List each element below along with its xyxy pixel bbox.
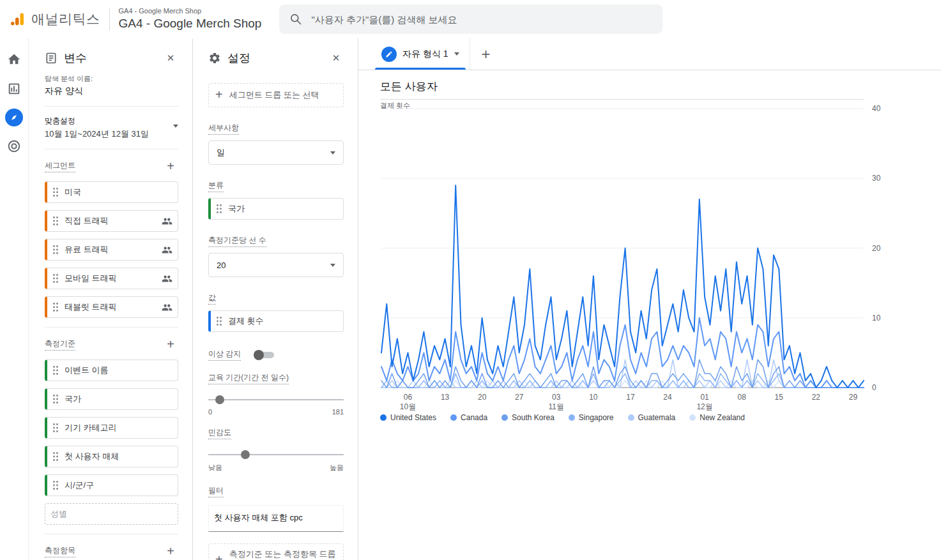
- slider-thumb[interactable]: [215, 395, 224, 404]
- dimension-suggestion-label: 성별: [50, 508, 67, 520]
- dimension-label: 기기 카테고리: [65, 422, 117, 434]
- anomaly-toggle[interactable]: [254, 350, 274, 360]
- field-drop-label: 측정기준 또는 측정항목 드롭 또는 선택: [229, 549, 337, 560]
- drag-handle-icon[interactable]: [52, 394, 59, 404]
- legend-item: United States: [380, 413, 436, 422]
- dimension-chip[interactable]: 국가: [45, 388, 178, 410]
- svg-text:29: 29: [849, 393, 858, 402]
- sensitivity-low: 낮음: [208, 463, 222, 473]
- legend-dot: [628, 414, 634, 421]
- granularity-select[interactable]: 일: [208, 140, 344, 165]
- people-icon: [162, 245, 172, 255]
- line-chart: 0102030400610월1320270311월1017240112월0815…: [380, 103, 891, 413]
- segment-drop-label: 세그먼트 드롭 또는 선택: [229, 90, 319, 101]
- segment-chip[interactable]: 직접 트래픽: [45, 210, 178, 232]
- sensitivity-label: 민감도: [208, 427, 231, 439]
- svg-text:01: 01: [700, 393, 709, 402]
- drag-handle-icon[interactable]: [52, 187, 59, 197]
- add-dimension-button[interactable]: [163, 337, 178, 352]
- chevron-down-icon[interactable]: [454, 52, 459, 56]
- settings-panel: 설정 세그먼트 드롭 또는 선택 세부사항 일 분류 국가 측정기준당 선 수 …: [193, 38, 358, 560]
- add-segment-button[interactable]: [163, 158, 178, 174]
- segment-chip[interactable]: 유료 트래픽: [45, 239, 178, 261]
- people-icon: [162, 302, 172, 313]
- svg-text:08: 08: [737, 393, 746, 402]
- legend-item: New Zealand: [689, 413, 745, 422]
- filter-value: 첫 사용자 매체 포함 cpc: [214, 513, 303, 522]
- chevron-down-icon: [173, 125, 178, 128]
- reports-icon[interactable]: [4, 79, 24, 98]
- lines-per-dimension-select[interactable]: 20: [208, 253, 344, 277]
- exploration-name-field[interactable]: 탐색 분석 이름: 자유 양식: [45, 74, 178, 97]
- dimension-chip[interactable]: 이벤트 이름: [45, 359, 178, 381]
- analytics-logo-icon: [9, 11, 26, 27]
- drag-handle-icon[interactable]: [52, 365, 59, 375]
- variables-close-icon[interactable]: [163, 50, 178, 66]
- svg-text:15: 15: [775, 393, 784, 402]
- drag-handle-icon[interactable]: [216, 204, 222, 214]
- drag-handle-icon[interactable]: [52, 480, 59, 490]
- training-period-min: 0: [208, 408, 212, 416]
- breakdown-chip[interactable]: 국가: [208, 198, 344, 220]
- dimension-suggestion-chip[interactable]: 성별: [45, 503, 178, 525]
- add-metric-button[interactable]: [163, 543, 178, 559]
- people-icon: [162, 273, 172, 284]
- search-input[interactable]: [310, 13, 652, 26]
- segment-chip[interactable]: 미국: [45, 181, 178, 203]
- drag-handle-icon[interactable]: [216, 316, 222, 326]
- search-bar[interactable]: [279, 4, 662, 34]
- sensitivity-high: 높음: [330, 463, 344, 473]
- top-app-bar: 애널리틱스 GA4 - Google Merch Shop GA4 - Goog…: [0, 0, 941, 39]
- analytics-logo[interactable]: 애널리틱스: [9, 10, 100, 28]
- field-drop-zone[interactable]: 측정기준 또는 측정항목 드롭 또는 선택: [208, 543, 344, 560]
- legend-label: Singapore: [579, 413, 614, 422]
- legend-label: South Korea: [512, 413, 555, 422]
- account-switcher[interactable]: GA4 - Google Merch Shop GA4 - Google Mer…: [119, 7, 262, 31]
- slider-thumb[interactable]: [241, 450, 250, 459]
- slider-track: [208, 454, 344, 455]
- chart-legend: United States Canada South Korea Singapo…: [380, 413, 941, 422]
- variables-panel: 변수 탐색 분석 이름: 자유 양식 맞춤설정 10월 1일~2024년 12월…: [29, 38, 193, 560]
- slider-track: [208, 399, 344, 400]
- dimension-chip[interactable]: 기기 카테고리: [45, 417, 178, 439]
- segment-chip[interactable]: 모바일 트래픽: [45, 268, 178, 289]
- granularity-value: 일: [217, 147, 225, 158]
- settings-close-icon[interactable]: [328, 50, 344, 66]
- legend-label: Guatemala: [638, 413, 676, 422]
- dimension-chip[interactable]: 시/군/구: [45, 474, 178, 496]
- sensitivity-slider[interactable]: [208, 450, 344, 460]
- advertising-icon[interactable]: [4, 137, 24, 156]
- filter-chip[interactable]: 첫 사용자 매체 포함 cpc: [208, 505, 344, 532]
- drag-handle-icon[interactable]: [52, 245, 59, 255]
- training-period-slider[interactable]: [208, 395, 344, 405]
- home-icon[interactable]: [4, 50, 24, 69]
- divider: [45, 534, 178, 534]
- granularity-label: 세부사항: [208, 123, 239, 135]
- segment-drop-zone[interactable]: 세그먼트 드롭 또는 선택: [208, 83, 344, 107]
- breakdown-label: 분류: [208, 180, 224, 192]
- drag-handle-icon[interactable]: [52, 423, 59, 433]
- drag-handle-icon[interactable]: [52, 451, 59, 462]
- drag-handle-icon[interactable]: [52, 273, 59, 284]
- date-range-picker[interactable]: 맞춤설정 10월 1일~2024년 12월 31일: [45, 116, 178, 140]
- metrics-section-label: 측정항목: [45, 545, 75, 557]
- segment-chip[interactable]: 태블릿 트래픽: [45, 296, 178, 318]
- values-chip[interactable]: 결제 횟수: [208, 310, 344, 332]
- drag-handle-icon[interactable]: [52, 302, 59, 312]
- drag-handle-icon[interactable]: [52, 216, 59, 226]
- svg-text:12월: 12월: [696, 402, 712, 411]
- exploration-name-label: 탐색 분석 이름:: [45, 74, 178, 84]
- variables-panel-title: 변수: [64, 50, 87, 66]
- dimension-chip[interactable]: 첫 사용자 매체: [45, 446, 178, 467]
- variables-icon: [45, 52, 57, 64]
- chevron-down-icon: [330, 264, 335, 267]
- add-tab-button[interactable]: [470, 38, 502, 70]
- legend-item: South Korea: [501, 413, 555, 422]
- exploration-name-value: 자유 양식: [45, 86, 178, 97]
- legend-dot: [380, 414, 386, 421]
- tab-free-form[interactable]: 자유 형식 1: [371, 38, 470, 70]
- filter-label: 필터: [208, 485, 224, 497]
- explore-icon[interactable]: [5, 109, 23, 126]
- legend-label: New Zealand: [700, 413, 745, 422]
- training-period-label: 교육 기간(기간 전 일수): [208, 372, 289, 384]
